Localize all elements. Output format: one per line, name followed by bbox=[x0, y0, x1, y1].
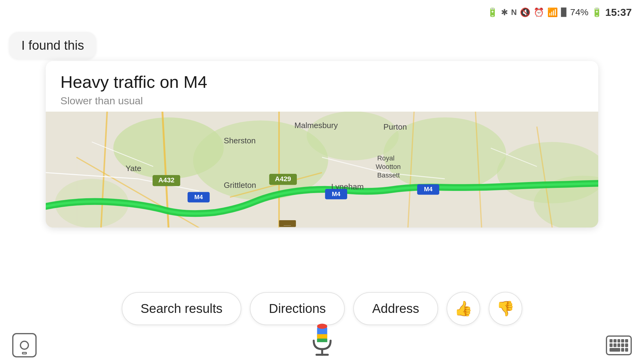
thumbs-up-button[interactable]: 👍 bbox=[447, 292, 480, 325]
svg-text:M4: M4 bbox=[332, 191, 341, 197]
svg-text:Bassett: Bassett bbox=[377, 171, 400, 179]
svg-text:M4: M4 bbox=[194, 194, 203, 200]
traffic-card: Heavy traffic on M4 Slower than usual bbox=[46, 61, 598, 228]
alarm-icon: ⏰ bbox=[534, 7, 544, 17]
found-bubble: I found this bbox=[9, 32, 96, 59]
address-button[interactable]: Address bbox=[353, 292, 438, 325]
svg-text:Yate: Yate bbox=[126, 164, 142, 173]
svg-text:Grittleton: Grittleton bbox=[224, 181, 256, 190]
signal-icon: ▉ bbox=[561, 8, 567, 17]
status-bar: 🔋 ✱ N 🔇 ⏰ 📶 ▉ 74% 🔋 15:37 bbox=[0, 0, 644, 24]
map-area[interactable]: Malmesbury Purton Sherston Royal Wootton… bbox=[46, 112, 598, 228]
battery-icon: 🔋 bbox=[592, 7, 602, 17]
bottom-bar bbox=[0, 328, 644, 362]
svg-rect-44 bbox=[317, 324, 327, 329]
action-buttons: Search results Directions Address 👍 👎 bbox=[0, 292, 644, 325]
svg-text:Malmesbury: Malmesbury bbox=[294, 121, 338, 130]
search-results-button[interactable]: Search results bbox=[122, 292, 241, 325]
svg-rect-49 bbox=[317, 339, 327, 342]
wifi-icon: 📶 bbox=[547, 7, 558, 17]
microphone-button[interactable] bbox=[307, 322, 337, 359]
keyboard-icon[interactable] bbox=[606, 335, 632, 355]
svg-text:M4: M4 bbox=[424, 186, 433, 192]
card-subtitle: Slower than usual bbox=[60, 95, 584, 107]
svg-text:Royal: Royal bbox=[377, 154, 395, 162]
battery-saving-icon: 🔋 bbox=[487, 7, 498, 17]
svg-text:A429: A429 bbox=[275, 175, 291, 183]
thumbs-down-button[interactable]: 👎 bbox=[489, 292, 522, 325]
screen-capture-icon[interactable] bbox=[12, 333, 37, 357]
svg-text:___: ___ bbox=[283, 221, 291, 226]
svg-text:A432: A432 bbox=[158, 176, 174, 184]
svg-rect-47 bbox=[317, 334, 327, 339]
clock: 15:37 bbox=[605, 6, 632, 18]
battery-percent: 74% bbox=[570, 7, 588, 17]
status-icons: 🔋 ✱ N 🔇 ⏰ 📶 ▉ 74% 🔋 15:37 bbox=[487, 6, 632, 18]
card-title: Heavy traffic on M4 bbox=[60, 72, 584, 92]
svg-text:Wootton: Wootton bbox=[376, 163, 401, 170]
card-header: Heavy traffic on M4 Slower than usual bbox=[46, 61, 598, 112]
svg-text:Sherston: Sherston bbox=[224, 136, 256, 145]
directions-button[interactable]: Directions bbox=[250, 292, 345, 325]
sound-off-icon: 🔇 bbox=[520, 7, 531, 17]
svg-text:Purton: Purton bbox=[383, 122, 407, 131]
found-text: I found this bbox=[21, 38, 84, 52]
bluetooth-icon: ✱ bbox=[501, 7, 508, 17]
nfc-icon: N bbox=[511, 8, 517, 17]
